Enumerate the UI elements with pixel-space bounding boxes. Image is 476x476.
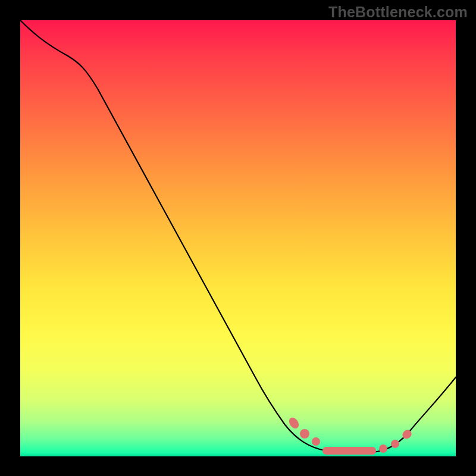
marker-bead <box>391 440 399 448</box>
marker-bead <box>287 416 301 430</box>
marker-bead <box>300 429 309 439</box>
marker-bead-bar <box>322 447 376 455</box>
marker-bead <box>312 437 320 446</box>
chart-frame: TheBottleneck.com <box>0 0 476 476</box>
plot-area <box>20 20 456 456</box>
marker-group <box>287 416 414 455</box>
bottleneck-curve <box>20 20 456 454</box>
watermark-text: TheBottleneck.com <box>328 4 468 21</box>
chart-overlay <box>20 20 456 456</box>
marker-bead <box>379 444 387 453</box>
